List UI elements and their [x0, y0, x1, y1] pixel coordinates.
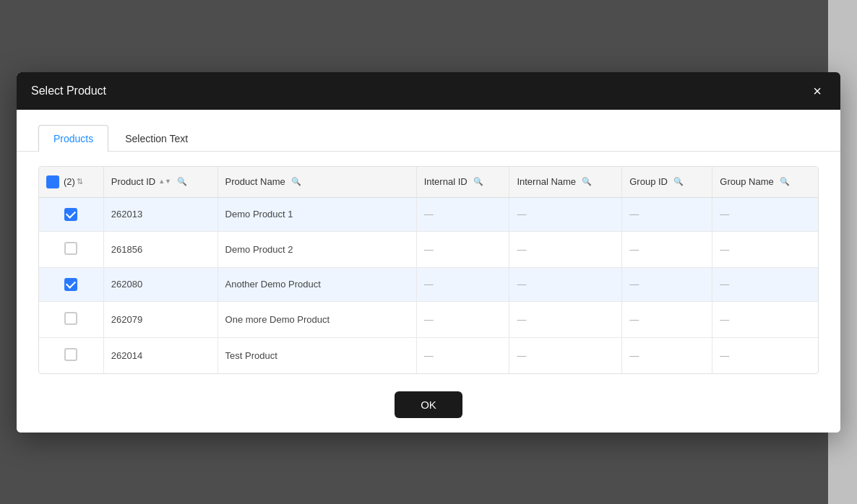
col-product-name: Product Name 🔍	[218, 167, 416, 198]
filter-icon-product-name[interactable]: 🔍	[291, 177, 301, 186]
row-checkbox-cell	[39, 267, 103, 301]
table-row: 262080 Another Demo Product — — — —	[39, 267, 818, 301]
header-checkbox[interactable]	[46, 175, 59, 188]
row-checkbox-cell	[39, 231, 103, 267]
table-row: 262014 Test Product — — — —	[39, 337, 818, 373]
filter-icon-group-id[interactable]: 🔍	[673, 177, 684, 186]
cell-internal-name: —	[509, 267, 622, 301]
table-container: (2) ⇅ Product ID ▲▼ 🔍	[38, 166, 819, 374]
modal-title: Select Product	[31, 84, 106, 97]
header-checkbox-cell: (2) ⇅	[39, 167, 103, 198]
cell-internal-name: —	[509, 337, 622, 373]
row-checkbox-5[interactable]	[64, 348, 77, 361]
cell-internal-id: —	[416, 267, 509, 301]
table-row: 261856 Demo Product 2 — — — —	[39, 231, 818, 267]
cell-internal-name: —	[509, 301, 622, 337]
row-checkbox-3[interactable]	[64, 278, 77, 291]
cell-group-id: —	[622, 197, 712, 231]
tab-selection-text[interactable]: Selection Text	[110, 125, 203, 152]
selected-count: (2) ⇅	[64, 176, 83, 187]
cell-internal-id: —	[416, 301, 509, 337]
modal-body: Products Selection Text (2) ⇅	[17, 110, 840, 381]
cell-product-id: 262079	[103, 301, 218, 337]
cell-product-name: Test Product	[218, 337, 416, 373]
cell-group-id: —	[622, 267, 712, 301]
col-product-id: Product ID ▲▼ 🔍	[103, 167, 218, 198]
table-body: 262013 Demo Product 1 — — — — 261856 Dem…	[39, 197, 818, 373]
cell-internal-id: —	[416, 337, 509, 373]
close-button[interactable]: ×	[809, 82, 826, 100]
cell-internal-id: —	[416, 197, 509, 231]
cell-product-name: One more Demo Product	[218, 301, 416, 337]
row-checkbox-2[interactable]	[64, 242, 77, 255]
table-header-row: (2) ⇅ Product ID ▲▼ 🔍	[39, 167, 818, 198]
select-product-modal: Select Product × Products Selection Text…	[17, 72, 840, 433]
filter-icon-internal-name[interactable]: 🔍	[582, 177, 592, 186]
cell-group-id: —	[622, 301, 712, 337]
cell-group-name: —	[712, 197, 818, 231]
table-row: 262013 Demo Product 1 — — — —	[39, 197, 818, 231]
filter-icon-group-name[interactable]: 🔍	[780, 177, 790, 186]
cell-group-name: —	[712, 231, 818, 267]
modal-footer: OK	[17, 381, 840, 433]
cell-internal-name: —	[509, 197, 622, 231]
cell-product-id: 261856	[103, 231, 218, 267]
modal-header: Select Product ×	[17, 72, 840, 110]
cell-group-id: —	[622, 231, 712, 267]
cell-internal-id: —	[416, 231, 509, 267]
cell-product-name: Demo Product 2	[218, 231, 416, 267]
tabs-container: Products Selection Text	[17, 110, 840, 152]
cell-group-name: —	[712, 337, 818, 373]
products-table: (2) ⇅ Product ID ▲▼ 🔍	[39, 167, 818, 373]
row-checkbox-cell	[39, 301, 103, 337]
cell-product-name: Demo Product 1	[218, 197, 416, 231]
cell-product-name: Another Demo Product	[218, 267, 416, 301]
row-checkbox-4[interactable]	[64, 312, 77, 325]
cell-product-id: 262013	[103, 197, 218, 231]
row-checkbox-1[interactable]	[64, 208, 77, 221]
col-group-name: Group Name 🔍	[712, 167, 818, 198]
cell-product-id: 262014	[103, 337, 218, 373]
cell-group-id: —	[622, 337, 712, 373]
row-checkbox-cell	[39, 197, 103, 231]
cell-group-name: —	[712, 301, 818, 337]
ok-button[interactable]: OK	[395, 391, 462, 418]
filter-icon-internal-id[interactable]: 🔍	[473, 177, 483, 186]
table-row: 262079 One more Demo Product — — — —	[39, 301, 818, 337]
col-internal-name: Internal Name 🔍	[509, 167, 622, 198]
col-group-id: Group ID 🔍	[622, 167, 712, 198]
cell-product-id: 262080	[103, 267, 218, 301]
tab-products[interactable]: Products	[38, 125, 108, 152]
sort-icon-product-id[interactable]: ▲▼	[158, 178, 171, 185]
cell-group-name: —	[712, 267, 818, 301]
cell-internal-name: —	[509, 231, 622, 267]
filter-icon-product-id[interactable]: 🔍	[177, 177, 187, 186]
row-checkbox-cell	[39, 337, 103, 373]
col-internal-id: Internal ID 🔍	[416, 167, 509, 198]
